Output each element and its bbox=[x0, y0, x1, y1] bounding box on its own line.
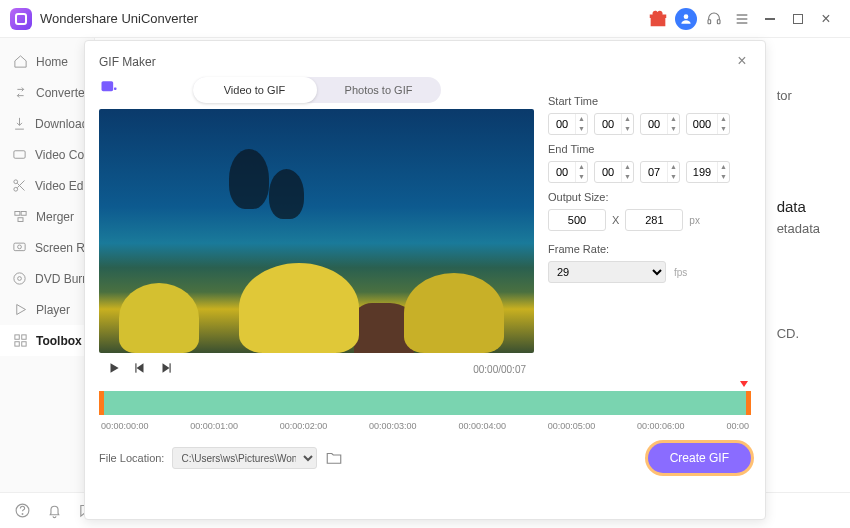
svg-rect-23 bbox=[102, 81, 114, 91]
svg-rect-1 bbox=[708, 19, 711, 23]
x-label: X bbox=[612, 214, 619, 226]
svg-rect-26 bbox=[135, 363, 136, 372]
record-icon bbox=[12, 240, 27, 256]
timeline-ticks: 00:00:00:00 00:00:01:00 00:00:02:00 00:0… bbox=[99, 421, 751, 431]
converter-icon bbox=[12, 85, 28, 101]
sidebar: Home Converter Downloader Video Compress… bbox=[0, 38, 95, 492]
output-size-label: Output Size: bbox=[548, 191, 751, 203]
svg-point-8 bbox=[14, 187, 18, 191]
svg-rect-10 bbox=[21, 212, 26, 216]
next-frame-button[interactable] bbox=[159, 361, 175, 377]
help-icon[interactable] bbox=[14, 502, 32, 520]
modal-title: GIF Maker bbox=[99, 55, 156, 69]
sidebar-item-player[interactable]: Player bbox=[0, 294, 94, 325]
svg-rect-19 bbox=[14, 342, 18, 346]
fps-label: fps bbox=[674, 267, 687, 278]
bell-icon[interactable] bbox=[46, 502, 64, 520]
create-gif-button[interactable]: Create GIF bbox=[648, 443, 751, 473]
svg-marker-27 bbox=[163, 363, 170, 372]
app-logo bbox=[10, 8, 32, 30]
compress-icon bbox=[12, 147, 27, 163]
sidebar-item-compressor[interactable]: Video Compressor bbox=[0, 139, 94, 170]
svg-rect-6 bbox=[14, 151, 25, 159]
app-title: Wondershare UniConverter bbox=[40, 11, 198, 26]
svg-point-14 bbox=[14, 273, 25, 284]
sidebar-item-label: Toolbox bbox=[36, 334, 82, 348]
video-preview[interactable] bbox=[99, 109, 534, 353]
framerate-select[interactable]: 29 bbox=[548, 261, 666, 283]
svg-rect-2 bbox=[717, 19, 720, 23]
gift-icon[interactable] bbox=[647, 8, 669, 30]
svg-rect-12 bbox=[14, 243, 25, 251]
user-icon[interactable] bbox=[675, 8, 697, 30]
prev-frame-button[interactable] bbox=[133, 361, 149, 377]
sidebar-item-label: Merger bbox=[36, 210, 74, 224]
download-icon bbox=[12, 116, 27, 132]
svg-point-7 bbox=[14, 180, 18, 184]
sidebar-item-recorder[interactable]: Screen Recorder bbox=[0, 232, 94, 263]
grid-icon bbox=[12, 333, 28, 349]
start-sec-input[interactable]: ▲▼ bbox=[640, 113, 680, 135]
output-height-input[interactable] bbox=[625, 209, 683, 231]
home-icon bbox=[12, 54, 28, 70]
tab-video-to-gif[interactable]: Video to GIF bbox=[193, 77, 317, 103]
sidebar-item-label: Converter bbox=[36, 86, 89, 100]
play-button[interactable] bbox=[107, 361, 123, 377]
output-width-input[interactable] bbox=[548, 209, 606, 231]
timeline[interactable]: 00:00:00:00 00:00:01:00 00:00:02:00 00:0… bbox=[99, 391, 751, 431]
end-hour-input[interactable]: ▲▼ bbox=[548, 161, 588, 183]
background-panel: tor data etadata CD. bbox=[777, 198, 820, 341]
sidebar-item-label: Home bbox=[36, 55, 68, 69]
file-location-select[interactable]: C:\Users\ws\Pictures\Wonders bbox=[172, 447, 317, 469]
menu-icon[interactable] bbox=[731, 8, 753, 30]
svg-rect-18 bbox=[21, 335, 25, 339]
sidebar-item-converter[interactable]: Converter bbox=[0, 77, 94, 108]
svg-point-0 bbox=[684, 14, 689, 19]
tab-photos-to-gif[interactable]: Photos to GIF bbox=[317, 77, 441, 103]
svg-marker-16 bbox=[16, 305, 25, 315]
start-time-label: Start Time bbox=[548, 95, 751, 107]
sidebar-item-merger[interactable]: Merger bbox=[0, 201, 94, 232]
sidebar-item-downloader[interactable]: Downloader bbox=[0, 108, 94, 139]
sidebar-item-home[interactable]: Home bbox=[0, 46, 94, 77]
file-location-label: File Location: bbox=[99, 452, 164, 464]
mode-tabs: Video to GIF Photos to GIF bbox=[193, 77, 441, 103]
headset-icon[interactable] bbox=[703, 8, 725, 30]
titlebar: Wondershare UniConverter × bbox=[0, 0, 850, 38]
start-min-input[interactable]: ▲▼ bbox=[594, 113, 634, 135]
time-display: 00:00/00:07 bbox=[473, 364, 526, 375]
close-button[interactable]: × bbox=[815, 8, 837, 30]
start-hour-input[interactable]: ▲▼ bbox=[548, 113, 588, 135]
svg-rect-11 bbox=[18, 218, 23, 222]
start-ms-input[interactable]: ▲▼ bbox=[686, 113, 730, 135]
add-media-icon[interactable] bbox=[99, 77, 119, 97]
maximize-button[interactable] bbox=[787, 8, 809, 30]
px-label: px bbox=[689, 215, 700, 226]
sidebar-item-dvd[interactable]: DVD Burner bbox=[0, 263, 94, 294]
sidebar-item-editor[interactable]: Video Editor bbox=[0, 170, 94, 201]
end-ms-input[interactable]: ▲▼ bbox=[686, 161, 730, 183]
framerate-label: Frame Rate: bbox=[548, 243, 751, 255]
sidebar-item-label: Player bbox=[36, 303, 70, 317]
modal-close-button[interactable]: × bbox=[733, 53, 751, 71]
end-min-input[interactable]: ▲▼ bbox=[594, 161, 634, 183]
end-sec-input[interactable]: ▲▼ bbox=[640, 161, 680, 183]
merge-icon bbox=[12, 209, 28, 225]
gif-maker-modal: GIF Maker × Video to GIF Photos to GIF 0… bbox=[84, 40, 766, 520]
svg-marker-24 bbox=[111, 363, 119, 372]
play-icon bbox=[12, 302, 28, 318]
folder-icon[interactable] bbox=[325, 449, 343, 467]
svg-point-22 bbox=[22, 513, 23, 514]
svg-rect-9 bbox=[14, 212, 19, 216]
svg-point-13 bbox=[18, 245, 22, 249]
svg-rect-20 bbox=[21, 342, 25, 346]
svg-marker-25 bbox=[137, 363, 144, 372]
scissors-icon bbox=[12, 178, 27, 194]
end-time-label: End Time bbox=[548, 143, 751, 155]
svg-point-15 bbox=[18, 277, 22, 281]
playhead-icon[interactable] bbox=[740, 381, 748, 387]
sidebar-item-toolbox[interactable]: Toolbox bbox=[0, 325, 94, 356]
disc-icon bbox=[12, 271, 27, 287]
minimize-button[interactable] bbox=[759, 8, 781, 30]
svg-rect-17 bbox=[14, 335, 18, 339]
